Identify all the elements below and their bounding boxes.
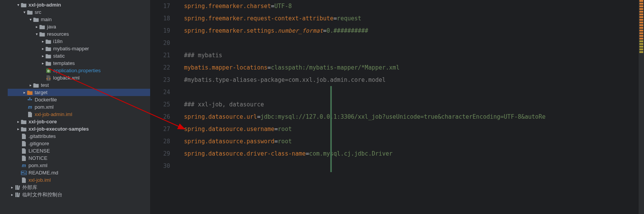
chevron-right-icon[interactable]: ▸: [40, 61, 45, 65]
token-key: spring.datasource.driver-class-name: [184, 150, 306, 157]
line-gutter: 1718192021222324252627282930: [150, 0, 177, 214]
tree-item-label: pom.xml: [28, 163, 47, 168]
marker-tick[interactable]: [639, 35, 643, 37]
tree-item-mybatis-mapper[interactable]: ▸mybatis-mapper: [8, 45, 150, 52]
tree-item--gitignore[interactable]: .gitignore: [8, 140, 150, 147]
marker-tick[interactable]: [639, 38, 643, 40]
tree-item-xxl-job-core[interactable]: ▸xxl-job-core: [8, 118, 150, 125]
marker-tick[interactable]: [639, 13, 643, 15]
tree-item-test[interactable]: ▸test: [8, 81, 150, 89]
folder-icon: [21, 126, 27, 132]
marker-tick[interactable]: [639, 11, 643, 13]
tree-item-label: xxl-job-executor-samples: [28, 126, 89, 132]
file-icon: [21, 141, 27, 147]
marker-tick[interactable]: [639, 43, 643, 45]
tree-item-application-properties[interactable]: ⚙application.properties: [8, 67, 150, 74]
marker-tick[interactable]: [639, 24, 643, 26]
tree-item-pom-xml[interactable]: mpom.xml: [8, 162, 150, 169]
tree-item-label: resources: [47, 31, 69, 37]
tree-item-xxl-job-admin[interactable]: ▾xxl-job-admin: [8, 1, 150, 8]
project-tree[interactable]: ▾xxl-job-admin▾src▾main▸java▾resources▸i…: [8, 0, 150, 214]
code-line[interactable]: spring.datasource.driver-class-name=com.…: [184, 148, 639, 160]
code-line[interactable]: mybatis.mapper-locations=classpath:/myba…: [184, 61, 639, 74]
code-line[interactable]: ### xxl-job, datasource: [184, 98, 639, 111]
chevron-right-icon[interactable]: ▸: [28, 83, 33, 87]
chevron-right-icon[interactable]: ▸: [34, 25, 39, 29]
tree-item-xxl-job-executor-samples[interactable]: ▸xxl-job-executor-samples: [8, 125, 150, 133]
marker-tick[interactable]: [639, 0, 643, 2]
marker-tick[interactable]: [639, 5, 643, 7]
tree-item-src[interactable]: ▾src: [8, 8, 150, 16]
chevron-down-icon[interactable]: ▾: [15, 3, 21, 7]
line-number: 30: [150, 160, 170, 172]
code-line[interactable]: spring.datasource.url=jdbc:mysql://127.0…: [184, 111, 639, 123]
marker-tick[interactable]: [639, 46, 643, 48]
marker-tick[interactable]: [639, 32, 643, 34]
chevron-right-icon[interactable]: ▸: [9, 192, 15, 197]
code-line[interactable]: spring.freemarker.charset=UTF-8: [184, 0, 639, 12]
file-icon: [21, 133, 27, 139]
code-line[interactable]: spring.datasource.password=root: [184, 135, 639, 148]
token-eq: =: [257, 113, 261, 120]
chevron-right-icon[interactable]: ▸: [40, 39, 45, 43]
chevron-right-icon[interactable]: ▸: [9, 185, 15, 189]
marker-tick[interactable]: [639, 27, 643, 29]
code-line[interactable]: spring.datasource.username=root: [184, 123, 639, 135]
marker-tick[interactable]: [639, 8, 643, 10]
tree-item--gitattributes[interactable]: .gitattributes: [8, 133, 150, 140]
code-line[interactable]: spring.freemarker.settings.number_format…: [184, 25, 639, 37]
tree-item-templates[interactable]: ▸templates: [8, 60, 150, 67]
tree-item--[interactable]: ▸临时文件和控制台: [8, 191, 150, 198]
line-number: 23: [150, 74, 170, 86]
code-line[interactable]: [184, 37, 639, 49]
token-val: request: [337, 15, 361, 22]
md-icon: [21, 170, 27, 176]
tree-item-xxl-job-iml[interactable]: xxl-job.iml: [8, 176, 150, 184]
marker-tick[interactable]: [639, 19, 643, 21]
tree-item-resources[interactable]: ▾resources: [8, 30, 150, 38]
tree-item-pom-xml[interactable]: mpom.xml: [8, 103, 150, 111]
chevron-right-icon[interactable]: ▸: [22, 90, 27, 95]
token-eq: =: [274, 126, 278, 133]
code-line[interactable]: ### mybatis: [184, 49, 639, 61]
tree-item-static[interactable]: ▸static: [8, 52, 150, 60]
chevron-down-icon[interactable]: ▾: [28, 17, 33, 22]
chevron-right-icon[interactable]: ▸: [40, 46, 45, 51]
marker-tick[interactable]: [639, 51, 643, 53]
code-editor[interactable]: 1718192021222324252627282930 spring.free…: [150, 0, 644, 214]
tree-item-xxl-job-admin-iml[interactable]: xxl-job-admin.iml: [8, 111, 150, 118]
properties-icon: ⚙: [45, 68, 52, 74]
marker-tick[interactable]: [639, 16, 643, 18]
tree-item-dockerfile[interactable]: Dockerfile: [8, 96, 150, 103]
chevron-right-icon[interactable]: ▸: [15, 119, 21, 124]
marker-tick[interactable]: [639, 3, 643, 5]
marker-tick[interactable]: [639, 40, 643, 42]
token-val: jdbc:mysql://127.0.0.1:3306/xxl_job?useU…: [261, 113, 546, 120]
chevron-down-icon[interactable]: ▾: [22, 10, 27, 14]
tree-item-target[interactable]: ▸target: [8, 89, 150, 96]
chevron-right-icon[interactable]: ▸: [40, 54, 45, 58]
marker-tick[interactable]: [639, 22, 643, 23]
tree-item-java[interactable]: ▸java: [8, 23, 150, 30]
code-line[interactable]: spring.freemarker.request-context-attrib…: [184, 12, 639, 25]
tree-item-i18n[interactable]: ▸i18n: [8, 38, 150, 45]
tree-item-license[interactable]: LICENSE: [8, 147, 150, 154]
tree-item-logback-xml[interactable]: logback.xml: [8, 74, 150, 81]
chevron-down-icon[interactable]: ▾: [34, 32, 39, 36]
code-line[interactable]: #mybatis.type-aliases-package=com.xxl.jo…: [184, 74, 639, 86]
svg-rect-11: [17, 192, 18, 197]
tree-item-main[interactable]: ▾main: [8, 16, 150, 23]
code-line[interactable]: [184, 86, 639, 98]
tree-item--[interactable]: ▸外部库: [8, 184, 150, 191]
tree-item-notice[interactable]: NOTICE: [8, 154, 150, 162]
folder-open-icon: [21, 2, 27, 8]
marker-rail[interactable]: [639, 0, 644, 214]
code-line[interactable]: [184, 160, 639, 172]
chevron-right-icon[interactable]: ▸: [15, 127, 21, 131]
marker-tick[interactable]: [639, 30, 643, 32]
marker-tick[interactable]: [639, 48, 643, 50]
tree-item-readme-md[interactable]: README.md: [8, 169, 150, 176]
code-area[interactable]: spring.freemarker.charset=UTF-8spring.fr…: [177, 0, 639, 214]
tree-item-label: README.md: [28, 170, 58, 176]
tree-item-label: i18n: [53, 38, 63, 44]
